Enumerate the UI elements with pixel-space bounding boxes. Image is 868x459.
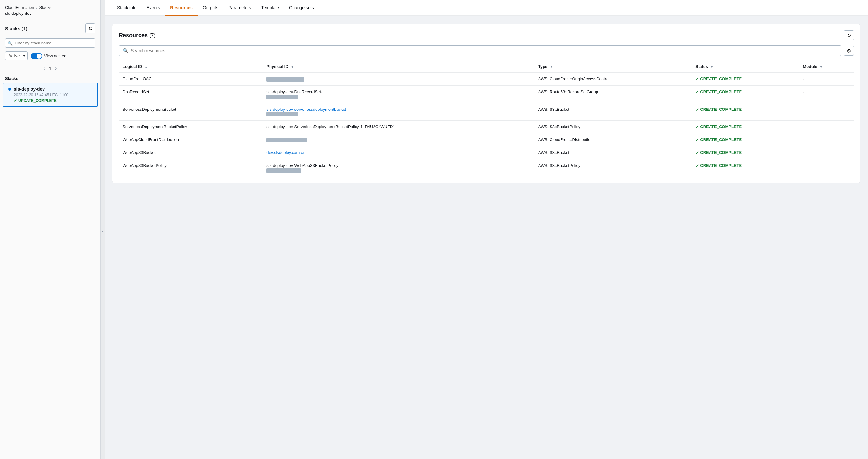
redacted-physical-id: [267, 138, 307, 142]
table-row: WebAppS3Bucketdev.slsdeploy.com ⧉AWS::S3…: [119, 146, 854, 159]
sidebar-refresh-button[interactable]: ↻: [85, 23, 95, 33]
tab-template[interactable]: Template: [256, 0, 284, 16]
sort-module-icon: ▼: [819, 65, 823, 69]
cell-type: AWS::S3::BucketPolicy: [534, 159, 692, 176]
table-row: WebAppCloudFrontDistributionAWS::CloudFr…: [119, 133, 854, 146]
filter-stack-input[interactable]: [5, 38, 95, 47]
cell-status: ✓ CREATE_COMPLETE: [692, 159, 799, 176]
prev-page-button[interactable]: ‹: [44, 65, 45, 71]
col-type[interactable]: Type ▼: [534, 61, 692, 72]
table-row: DnsRecordSetsls-deploy-dev-DnsRecordSet-…: [119, 86, 854, 103]
col-status[interactable]: Status ▼: [692, 61, 799, 72]
status-ok-icon: ✓: [695, 151, 699, 155]
search-bar-wrap: 🔍 ⚙: [119, 45, 854, 56]
current-stack-name: sls-deploy-dev: [0, 11, 100, 21]
table-row: ServerlessDeploymentBucketsls-deploy-dev…: [119, 103, 854, 121]
redacted-physical-id: [267, 168, 301, 173]
sidebar-header: Stacks (1) ↻: [0, 21, 100, 36]
main-content: Stack info Events Resources Outputs Para…: [104, 0, 868, 459]
stack-status-icon: ✓: [14, 99, 17, 103]
cell-status: ✓ CREATE_COMPLETE: [692, 72, 799, 86]
cell-type: AWS::S3::BucketPolicy: [534, 121, 692, 133]
status-badge: ✓ CREATE_COMPLETE: [695, 89, 795, 94]
status-badge: ✓ CREATE_COMPLETE: [695, 76, 795, 81]
view-nested-toggle-wrap: View nested: [31, 53, 66, 59]
cell-module: -: [799, 72, 854, 86]
content-area: Resources (7) ↻ 🔍 ⚙: [104, 16, 868, 459]
search-resources-input[interactable]: [131, 48, 837, 53]
redacted-physical-id: [267, 95, 298, 99]
redacted-physical-id: [267, 112, 298, 117]
cell-logical-id: WebAppS3BucketPolicy: [119, 159, 263, 176]
cell-type: AWS::S3::Bucket: [534, 103, 692, 121]
cell-module: -: [799, 133, 854, 146]
cell-type: AWS::Route53::RecordSetGroup: [534, 86, 692, 103]
table-row: ServerlessDeploymentBucketPolicysls-depl…: [119, 121, 854, 133]
breadcrumb-sep1: ›: [36, 5, 37, 10]
next-page-button[interactable]: ›: [55, 65, 57, 71]
physical-id-link[interactable]: sls-deploy-dev-serverlessdeploymentbucke…: [267, 107, 347, 112]
status-badge: ✓ CREATE_COMPLETE: [695, 163, 795, 168]
cell-type: AWS::CloudFront::OriginAccessControl: [534, 72, 692, 86]
cell-type: AWS::S3::Bucket: [534, 146, 692, 159]
sort-logical-id-icon: ▲: [145, 65, 148, 69]
col-logical-id[interactable]: Logical ID ▲: [119, 61, 263, 72]
status-ok-icon: ✓: [695, 90, 699, 94]
resources-refresh-button[interactable]: ↻: [844, 30, 854, 40]
sidebar-title: Stacks (1): [5, 26, 27, 31]
search-bar: 🔍: [119, 45, 841, 56]
cell-status: ✓ CREATE_COMPLETE: [692, 121, 799, 133]
resources-card: Resources (7) ↻ 🔍 ⚙: [112, 24, 861, 183]
col-physical-id[interactable]: Physical ID ▼: [263, 61, 534, 72]
pagination: ‹ 1 ›: [0, 64, 100, 75]
breadcrumb-stacks[interactable]: Stacks: [39, 5, 52, 10]
gear-settings-button[interactable]: ⚙: [844, 46, 854, 56]
status-badge: ✓ CREATE_COMPLETE: [695, 150, 795, 155]
gear-icon: ⚙: [846, 48, 851, 54]
cell-logical-id: ServerlessDeploymentBucket: [119, 103, 263, 121]
breadcrumb-cloudformation[interactable]: CloudFormation: [5, 5, 34, 10]
tab-parameters[interactable]: Parameters: [223, 0, 256, 16]
cell-module: -: [799, 146, 854, 159]
cell-status: ✓ CREATE_COMPLETE: [692, 86, 799, 103]
tab-events[interactable]: Events: [142, 0, 165, 16]
cell-status: ✓ CREATE_COMPLETE: [692, 103, 799, 121]
cell-logical-id: WebAppS3Bucket: [119, 146, 263, 159]
search-icon: 🔍: [123, 48, 128, 53]
resize-handle[interactable]: ⋮: [101, 0, 104, 459]
tab-resources[interactable]: Resources: [165, 0, 198, 16]
cell-physical-id: [263, 133, 534, 146]
status-ok-icon: ✓: [695, 107, 699, 112]
status-badge: ✓ CREATE_COMPLETE: [695, 107, 795, 112]
cell-physical-id: [263, 72, 534, 86]
resources-header: Resources (7) ↻: [119, 30, 854, 40]
cell-physical-id: sls-deploy-dev-DnsRecordSet-: [263, 86, 534, 103]
stack-dot: [8, 88, 11, 91]
cell-module: -: [799, 121, 854, 133]
filter-search-icon: 🔍: [7, 41, 12, 45]
tab-change-sets[interactable]: Change sets: [284, 0, 319, 16]
view-nested-label: View nested: [44, 54, 66, 58]
cell-logical-id: DnsRecordSet: [119, 86, 263, 103]
physical-id-link[interactable]: dev.slsdeploy.com ⧉: [267, 150, 304, 155]
cell-physical-id: sls-deploy-dev-ServerlessDeploymentBucke…: [263, 121, 534, 133]
tab-stack-info[interactable]: Stack info: [112, 0, 142, 16]
stack-name: sls-deploy-dev: [14, 87, 45, 92]
tab-outputs[interactable]: Outputs: [198, 0, 223, 16]
toggle-knob: [36, 54, 41, 59]
cell-logical-id: WebAppCloudFrontDistribution: [119, 133, 263, 146]
active-filter-select[interactable]: Active: [5, 51, 28, 60]
col-module[interactable]: Module ▼: [799, 61, 854, 72]
stack-item[interactable]: sls-deploy-dev 2022-12-30 15:42:45 UTC+1…: [2, 83, 98, 107]
redacted-physical-id: [267, 77, 304, 81]
filter-input-wrap: 🔍: [0, 36, 100, 50]
sort-physical-id-icon: ▼: [291, 65, 294, 69]
table-header-row: Logical ID ▲ Physical ID ▼ Type ▼: [119, 61, 854, 72]
cell-module: -: [799, 159, 854, 176]
stack-date: 2022-12-30 15:42:45 UTC+1100: [8, 93, 92, 97]
external-link-icon: ⧉: [300, 151, 304, 155]
sort-type-icon: ▼: [550, 65, 553, 69]
status-badge: ✓ CREATE_COMPLETE: [695, 137, 795, 142]
table-row: CloudFrontOACAWS::CloudFront::OriginAcce…: [119, 72, 854, 86]
view-nested-toggle[interactable]: [31, 53, 42, 59]
